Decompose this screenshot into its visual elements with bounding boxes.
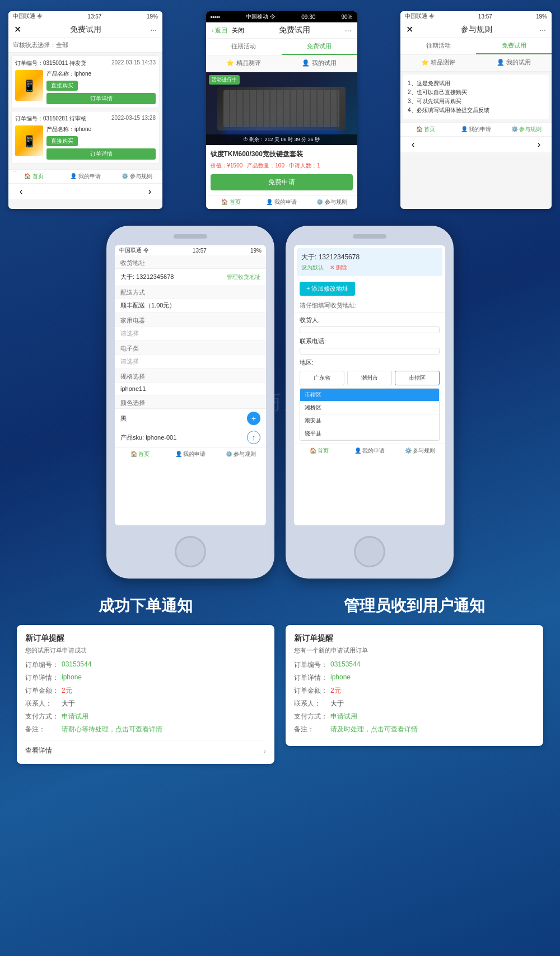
set-default-link[interactable]: 设为默认 [301, 264, 324, 271]
addr-value: 大于: 13212345678 [120, 273, 174, 281]
section-half-left: 成功下单通知 新订单提醒 您的试用订单申请成功 订单编号： 03153544 订… [17, 595, 274, 764]
nav-rules-2[interactable]: ⚙️ 参与规则 [307, 198, 357, 206]
sub-tab-my-2[interactable]: 👤 我的试用 [282, 55, 357, 72]
notif-row-left-3: 联系人： 大于 [25, 699, 266, 708]
sub-tab-bar-2: ⭐ 精品测评 👤 我的试用 [206, 55, 357, 72]
rules-content: 1、这是免费试用 2、也可以自己直接购买 3、可以先试用再购买 4、必须填写试用… [403, 74, 549, 119]
nav-rules-right[interactable]: ⚙️ 参与规则 [395, 447, 445, 455]
dropdown-option-2[interactable]: 潮安县 [300, 414, 439, 427]
city-select[interactable]: 潮州市 [347, 371, 392, 385]
tab-free-3[interactable]: 免费试用 [476, 38, 552, 54]
time-2: 09:30 [301, 14, 315, 20]
notif-title-right: 新订单提醒 [294, 633, 535, 643]
close-btn-2[interactable]: 关闭 [232, 26, 244, 35]
btn-detail-1[interactable]: 订单详情 [46, 93, 156, 104]
section-electronics: 电子类 [115, 341, 266, 355]
dropdown-option-1[interactable]: 湘桥区 [300, 402, 439, 414]
nav-rules-left[interactable]: ⚙️ 参与规则 [216, 450, 266, 458]
notif-label-right-3: 联系人： [294, 699, 330, 708]
notif-label-left-1: 订单详情： [25, 673, 62, 683]
sku-value: 产品sku: iphone-001 [120, 433, 176, 442]
notif-title-left: 新订单提醒 [25, 633, 266, 643]
tab-past-2[interactable]: 往期活动 [206, 39, 282, 55]
btn-apply-2[interactable]: 免费申请 [211, 174, 353, 190]
color-value: 黑 [120, 414, 127, 423]
district-select[interactable]: 市辖区 [395, 371, 440, 385]
electronics-select[interactable]: 请选择 [115, 355, 266, 369]
field-input-phone[interactable] [300, 348, 440, 355]
rule-4: 4、必须填写试用体验提交后反馈 [408, 106, 544, 115]
fwd-arrow-1[interactable]: › [148, 186, 151, 197]
nav-home-right[interactable]: 🏠 首页 [294, 447, 344, 455]
appliance-select[interactable]: 请选择 [115, 327, 266, 341]
sub-tab-my-3[interactable]: 👤 我的试用 [476, 55, 552, 71]
back-arrow-1[interactable]: ‹ [20, 186, 22, 197]
up-btn[interactable]: ↑ [247, 431, 260, 444]
btn-detail-2[interactable]: 订单详情 [46, 148, 156, 160]
addr-form-section: 请仔细填写收货地址: 收货人: 联系电话: 地区: 广东省 潮州市 市辖区 市辖… [294, 299, 445, 441]
order-date-1: 2022-03-15 14:33 [111, 59, 156, 67]
delete-link[interactable]: ✕ 删除 [330, 264, 352, 271]
more-icon-1[interactable]: ··· [150, 25, 157, 34]
notif-value-left-2: 2元 [62, 686, 72, 696]
field-input-recipient[interactable] [300, 327, 440, 333]
section-half-right: 管理员收到用户通知 新订单提醒 您有一个新的申请试用订单 订单编号： 03153… [286, 595, 543, 746]
sub-tab-review-2[interactable]: ⭐ 精品测评 [206, 55, 282, 72]
notif-value-right-0: 03153544 [330, 660, 360, 670]
nav-rules-3[interactable]: ⚙️ 参与规则 [501, 125, 552, 133]
form-screen-right: 大于: 13212345678 设为默认 ✕ 删除 + 添加修改地址 请仔细填写… [294, 245, 445, 525]
fwd-arrow-3[interactable]: › [538, 139, 540, 150]
province-select[interactable]: 广东省 [300, 371, 344, 385]
nav-my-right[interactable]: 👤 我的申请 [344, 447, 395, 455]
tab-free-2[interactable]: 免费试用 [282, 39, 357, 55]
nav-my-1[interactable]: 👤 我的申请 [60, 172, 111, 180]
nav-home-left[interactable]: 🏠 首页 [115, 450, 165, 458]
nav-arrows-1: ‹ › [8, 183, 162, 199]
filter-value[interactable]: 全部 [56, 41, 68, 49]
carrier-2: 中国移动 令 [246, 13, 276, 21]
add-addr-row: + 添加修改地址 [294, 279, 445, 299]
status-bar-1: 中国联通 令 13:57 19% [8, 11, 162, 21]
time-left: 13:57 [193, 248, 207, 254]
nav-my-2[interactable]: 👤 我的申请 [256, 198, 307, 206]
dropdown-option-3[interactable]: 饶平县 [300, 427, 439, 440]
btn-buy-1[interactable]: 直接购买 [46, 81, 78, 91]
add-addr-btn[interactable]: + 添加修改地址 [300, 282, 355, 296]
nav-home-1[interactable]: 🏠 首页 [8, 172, 60, 180]
notif-footer-text[interactable]: 查看详情 [25, 746, 52, 756]
rule-2: 2、也可以自己直接购买 [408, 88, 544, 97]
notif-value-left-3: 大于 [62, 699, 75, 708]
notif-footer-arrow[interactable]: › [264, 748, 266, 754]
close-icon-1[interactable]: ✕ [14, 24, 21, 35]
tab-bar-2: 往期活动 免费试用 [206, 39, 357, 55]
plus-btn[interactable]: + [247, 412, 260, 425]
tab-past-3[interactable]: 往期活动 [400, 38, 476, 54]
more-icon-2[interactable]: ··· [345, 26, 352, 35]
notif-footer-left: 查看详情 › [25, 746, 266, 756]
order-date-2: 2022-03-15 13:28 [111, 115, 156, 123]
manage-addr-link[interactable]: 管理收货地址 [227, 273, 260, 281]
dropdown-option-0[interactable]: 市辖区 [300, 389, 439, 402]
nav-my-3[interactable]: 👤 我的申请 [451, 125, 501, 133]
nav-rules-1[interactable]: ⚙️ 参与规则 [111, 172, 162, 180]
product-title-2: 钛度TKM600/300竞技键盘套装 [211, 150, 353, 159]
rule-3: 3、可以先试用再购买 [408, 97, 544, 106]
bottom-nav-left: 🏠 首页 👤 我的申请 ⚙️ 参与规则 [115, 447, 266, 461]
nav-home-3[interactable]: 🏠 首页 [400, 125, 451, 133]
battery-left: 19% [250, 248, 262, 254]
region-row: 广东省 潮州市 市辖区 [300, 371, 440, 385]
battery-2: 90% [341, 14, 352, 20]
notif-row-right-2: 订单金额： 2元 [294, 686, 535, 696]
nav-my-left[interactable]: 👤 我的申请 [165, 450, 216, 458]
sub-tab-review-3[interactable]: ⭐ 精品测评 [400, 55, 476, 71]
close-icon-3[interactable]: ✕ [406, 24, 413, 35]
btn-buy-2[interactable]: 直接购买 [46, 136, 78, 146]
back-btn-2[interactable]: ‹ 返回 [212, 26, 228, 35]
status-bar-2: ••••• 中国移动 令 09:30 90% [206, 11, 357, 22]
back-arrow-3[interactable]: ‹ [412, 139, 414, 150]
bottom-nav-2: 🏠 首页 👤 我的申请 ⚙️ 参与规则 [206, 195, 357, 209]
more-icon-3[interactable]: ··· [539, 25, 546, 34]
phone1-header: ✕ 免费试用 ··· [8, 21, 162, 38]
time-3: 13:57 [478, 13, 492, 20]
nav-home-2[interactable]: 🏠 首页 [206, 198, 256, 206]
